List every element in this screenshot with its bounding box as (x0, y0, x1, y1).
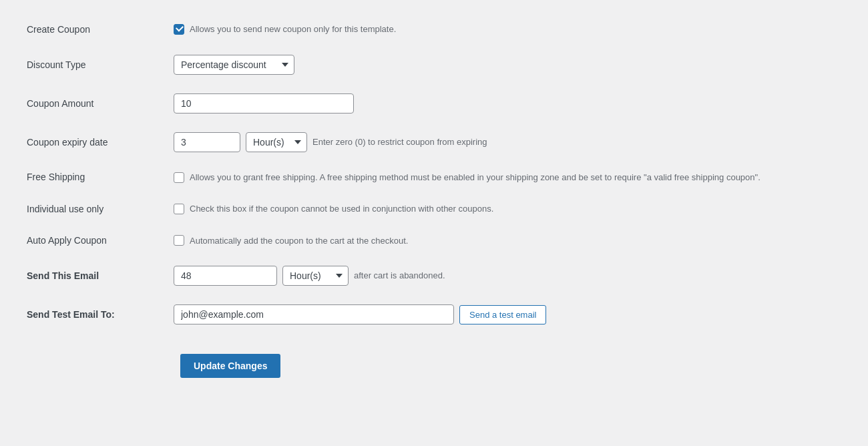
individual-use-description: Check this box if the coupon cannot be u… (190, 202, 493, 216)
auto-apply-description: Automatically add the coupon to the cart… (190, 234, 408, 248)
coupon-expiry-label: Coupon expiry date (20, 123, 167, 162)
create-coupon-row: Create Coupon Allows you to send new cou… (20, 13, 848, 45)
send-test-email-input[interactable] (174, 304, 454, 324)
create-coupon-field: Allows you to send new coupon only for t… (167, 13, 848, 45)
update-changes-button[interactable]: Update Changes (180, 354, 280, 378)
send-this-email-field: Hour(s) Day(s) Minute(s) after cart is a… (167, 256, 848, 295)
send-email-unit-select[interactable]: Hour(s) Day(s) Minute(s) (282, 266, 349, 286)
individual-use-row: Individual use only Check this box if th… (20, 193, 848, 225)
coupon-amount-label: Coupon Amount (20, 84, 167, 123)
auto-apply-field: Automatically add the coupon to the cart… (167, 225, 848, 257)
send-test-email-field: Send a test email (167, 295, 848, 334)
send-test-email-button[interactable]: Send a test email (459, 305, 546, 324)
coupon-expiry-number-input[interactable] (174, 132, 240, 152)
coupon-expiry-hint: Enter zero (0) to restrict coupon from e… (312, 137, 487, 147)
coupon-amount-input[interactable] (174, 93, 354, 114)
free-shipping-row: Free Shipping Allows you to grant free s… (20, 162, 848, 194)
free-shipping-description: Allows you to grant free shipping. A fre… (190, 171, 761, 184)
send-this-email-row: Send This Email Hour(s) Day(s) Minute(s)… (20, 256, 848, 295)
discount-type-row: Discount Type Percentage discount Fixed … (20, 45, 848, 84)
send-email-suffix: after cart is abandoned. (354, 269, 445, 282)
send-test-email-row: Send Test Email To: Send a test email (20, 295, 848, 334)
coupon-amount-row: Coupon Amount (20, 84, 848, 123)
auto-apply-row: Auto Apply Coupon Automatically add the … (20, 225, 848, 257)
update-changes-row: Update Changes (20, 334, 848, 387)
send-this-email-label: Send This Email (20, 256, 167, 295)
individual-use-label: Individual use only (20, 193, 167, 225)
send-email-number-input[interactable] (174, 266, 277, 286)
coupon-expiry-unit-select[interactable]: Hour(s) Day(s) Week(s) (246, 132, 307, 152)
send-test-email-label: Send Test Email To: (20, 295, 167, 334)
discount-type-label: Discount Type (20, 45, 167, 84)
discount-type-field: Percentage discount Fixed cart discount … (167, 45, 848, 84)
free-shipping-label: Free Shipping (20, 162, 167, 194)
individual-use-checkbox[interactable] (174, 204, 184, 214)
auto-apply-checkbox[interactable] (174, 235, 184, 246)
coupon-amount-field (167, 84, 848, 123)
coupon-expiry-row: Coupon expiry date Hour(s) Day(s) Week(s… (20, 123, 848, 162)
auto-apply-label: Auto Apply Coupon (20, 225, 167, 257)
free-shipping-field: Allows you to grant free shipping. A fre… (167, 162, 848, 194)
individual-use-field: Check this box if the coupon cannot be u… (167, 193, 848, 225)
create-coupon-label: Create Coupon (20, 13, 167, 45)
create-coupon-checkbox[interactable] (174, 24, 184, 35)
coupon-expiry-field: Hour(s) Day(s) Week(s) Enter zero (0) to… (167, 123, 848, 162)
free-shipping-checkbox[interactable] (174, 172, 184, 183)
create-coupon-description: Allows you to send new coupon only for t… (190, 23, 396, 36)
discount-type-select[interactable]: Percentage discount Fixed cart discount … (174, 55, 294, 75)
